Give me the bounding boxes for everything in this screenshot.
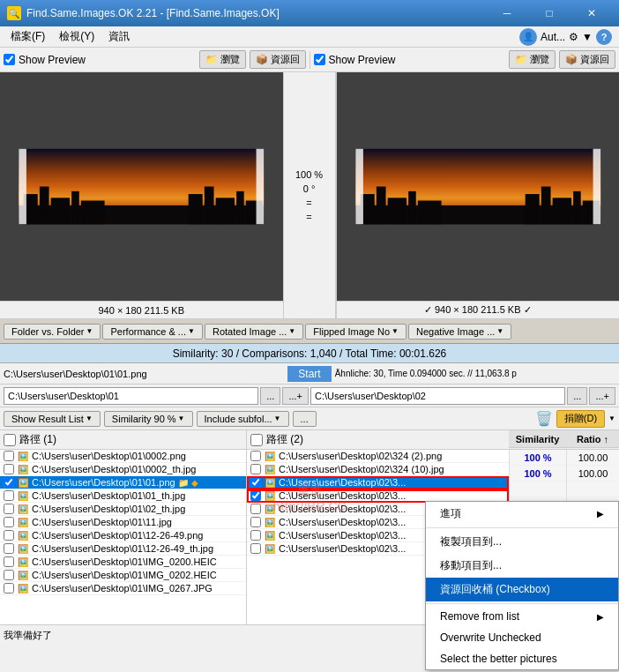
right-file-checkbox[interactable] xyxy=(250,477,261,488)
close-button[interactable]: ✕ xyxy=(571,0,612,26)
file-icon: 🖼️ xyxy=(265,478,275,488)
help-button[interactable]: ? xyxy=(596,29,612,45)
menu-info[interactable]: 資訊 xyxy=(101,27,137,46)
dot-menu-button[interactable]: ... xyxy=(293,411,317,427)
browse-left-button[interactable]: 📁 瀏覽 xyxy=(199,50,246,69)
preview-status-right: ✓ 940 × 180 211.5 KB ✓ xyxy=(337,301,620,318)
similarity-value xyxy=(510,482,566,497)
minimize-button[interactable]: ─ xyxy=(487,0,527,26)
file-path: C:\Users\user\Desktop\01\12-26-49_th.jpg xyxy=(32,543,213,554)
right-info-text: Ähnliche: 30, Time 0.094000 sec. // 11,0… xyxy=(335,369,615,378)
left-file-item[interactable]: 🖼️ C:\Users\user\Desktop\01\02_th.jpg xyxy=(0,503,246,516)
context-menu-item-add-item[interactable]: 進項 ▶ xyxy=(426,502,618,526)
include-subfol-button[interactable]: Include subfol... ▼ xyxy=(197,411,289,427)
negative-image-button[interactable]: Negative Image ... ▼ xyxy=(408,324,511,340)
left-file-item[interactable]: 🖼️ C:\Users\user\Desktop\01\IMG_0202.HEI… xyxy=(0,569,246,582)
right-file-checkbox[interactable] xyxy=(250,504,261,514)
start-button[interactable]: Start xyxy=(287,366,331,382)
context-menu-item-select-better[interactable]: Select the better pictures xyxy=(426,648,618,669)
browse-right-button[interactable]: 📁 瀏覽 xyxy=(509,50,556,69)
ratio-value: 100.00 xyxy=(567,450,619,466)
browse-folder-left-plus-button[interactable]: ...+ xyxy=(282,387,309,405)
context-menu-item-recycle-bin[interactable]: 資源回收桶 (Checkbox) xyxy=(426,578,618,601)
chevron-down-icon[interactable]: ▼ xyxy=(608,414,615,422)
dropdown-icon[interactable]: ▼ xyxy=(582,31,593,43)
right-file-item[interactable]: 🖼️ C:\Users\user\Desktop\02\3... xyxy=(247,476,509,489)
browse-folder-right-button[interactable]: ... xyxy=(567,387,587,405)
left-file-checkbox[interactable] xyxy=(4,451,14,461)
browse-folder-right-plus-button[interactable]: ...+ xyxy=(589,387,615,405)
context-menu-item-move-item[interactable]: 移動項目到... xyxy=(426,554,618,578)
left-file-checkbox[interactable] xyxy=(4,477,14,488)
left-file-item[interactable]: 🖼️ C:\Users\user\Desktop\01\0002_th.jpg xyxy=(0,463,246,476)
performance-button[interactable]: Performance & ... ▼ xyxy=(102,324,203,340)
menu-view[interactable]: 檢視(Y) xyxy=(52,27,101,46)
svg-rect-22 xyxy=(541,187,550,225)
file-path: C:\Users\user\Desktop\02\3... xyxy=(279,477,406,488)
resource-right-button[interactable]: 📦 資源回 xyxy=(559,50,615,69)
context-menu: 進項 ▶複製項目到... 移動項目到... 資源回收桶 (Checkbox) R… xyxy=(425,501,619,670)
title-bar-left: 🔍 Find.Same.Images.OK 2.21 - [Find.Same.… xyxy=(7,6,280,20)
left-file-item[interactable]: 🖼️ C:\Users\user\Desktop\01\11.jpg xyxy=(0,516,246,529)
right-list-select-all-checkbox[interactable] xyxy=(250,434,263,446)
status-text: Similarity: 30 / Comparisons: 1,040 / To… xyxy=(173,347,447,360)
user-icon: 👤 xyxy=(519,28,537,46)
left-file-checkbox[interactable] xyxy=(4,517,14,527)
left-file-checkbox[interactable] xyxy=(4,530,14,541)
resource-left-button[interactable]: 📦 資源回 xyxy=(250,50,306,69)
chevron-down-icon: ▼ xyxy=(288,327,295,335)
trash-icon: 🗑️ xyxy=(535,410,553,427)
left-file-checkbox[interactable] xyxy=(4,464,14,474)
right-file-checkbox[interactable] xyxy=(250,543,261,554)
file-icon: 🖼️ xyxy=(18,557,28,567)
left-file-checkbox[interactable] xyxy=(4,543,14,554)
context-menu-item-remove-list[interactable]: Remove from list ▶ xyxy=(426,606,618,627)
similarity-button[interactable]: Similarity 90 % ▼ xyxy=(104,411,193,427)
left-file-checkbox[interactable] xyxy=(4,570,14,580)
preview-status-left: 940 × 180 211.5 KB xyxy=(0,301,283,318)
right-file-checkbox[interactable] xyxy=(250,464,261,474)
donate-button[interactable]: 捐贈(D) xyxy=(556,410,605,428)
left-file-item[interactable]: 🖼️ C:\Users\user\Desktop\01\01.png 📁 ◆ xyxy=(0,476,246,489)
left-file-item[interactable]: 🖼️ C:\Users\user\Desktop\01\IMG_0200.HEI… xyxy=(0,556,246,569)
svg-rect-12 xyxy=(19,149,26,224)
settings-icon[interactable]: ⚙ xyxy=(569,31,578,43)
file-path: C:\Users\user\Desktop\01\IMG_0267.JPG xyxy=(32,583,213,594)
left-file-item[interactable]: 🖼️ C:\Users\user\Desktop\01\12-26-49.png xyxy=(0,529,246,542)
right-file-item[interactable]: 🖼️ C:\Users\user\Desktop\02\324 (2).png xyxy=(247,450,509,463)
left-file-checkbox[interactable] xyxy=(4,583,14,594)
left-file-item[interactable]: 🖼️ C:\Users\user\Desktop\01\0002.png xyxy=(0,450,246,463)
left-file-checkbox[interactable] xyxy=(4,490,14,501)
svg-rect-5 xyxy=(71,191,79,224)
file-list-area: 路徑 (1) 🖼️ C:\Users\user\Desktop\01\0002.… xyxy=(0,430,619,624)
context-menu-item-copy-item[interactable]: 複製項目到... xyxy=(426,530,618,554)
svg-rect-10 xyxy=(236,191,244,224)
left-file-item[interactable]: 🖼️ C:\Users\user\Desktop\01\IMG_0267.JPG xyxy=(0,582,246,595)
right-file-checkbox[interactable] xyxy=(250,490,261,501)
maximize-button[interactable]: □ xyxy=(529,0,570,26)
context-menu-item-overwrite[interactable]: Overwrite Unchecked xyxy=(426,627,618,648)
browse-folder-left-button[interactable]: ... xyxy=(260,387,280,405)
right-file-checkbox[interactable] xyxy=(250,530,261,541)
left-file-item[interactable]: 🖼️ C:\Users\user\Desktop\01\12-26-49_th.… xyxy=(0,542,246,556)
rotated-image-button[interactable]: Rotated Image ... ▼ xyxy=(205,324,303,340)
flipped-image-button[interactable]: Flipped Image No ▼ xyxy=(305,324,406,340)
right-file-checkbox[interactable] xyxy=(250,517,261,527)
right-file-item[interactable]: 🖼️ C:\Users\user\Desktop\02\324 (10).jpg xyxy=(247,463,509,476)
left-file-checkbox[interactable] xyxy=(4,556,14,567)
preview-area: 940 × 180 211.5 KB 100 % 0 ° = = xyxy=(0,72,619,319)
folder-vs-folder-button[interactable]: Folder vs. Folder ▼ xyxy=(4,324,101,340)
right-folder-input[interactable] xyxy=(310,387,565,405)
right-file-checkbox[interactable] xyxy=(250,451,261,461)
left-file-list-scroll[interactable]: 🖼️ C:\Users\user\Desktop\01\0002.png 🖼️ … xyxy=(0,450,246,624)
file-path: C:\Users\user\Desktop\01\11.jpg xyxy=(32,517,172,527)
show-preview-right-checkbox[interactable] xyxy=(314,54,325,65)
left-file-item[interactable]: 🖼️ C:\Users\user\Desktop\01\01_th.jpg xyxy=(0,489,246,503)
show-preview-left-checkbox[interactable] xyxy=(4,54,15,65)
left-file-checkbox[interactable] xyxy=(4,504,14,514)
show-result-list-button[interactable]: Show Result List ▼ xyxy=(4,411,101,427)
file-path: C:\Users\user\Desktop\02\3... xyxy=(279,490,406,501)
left-list-select-all-checkbox[interactable] xyxy=(4,434,16,446)
left-folder-input[interactable] xyxy=(4,387,258,405)
menu-file[interactable]: 檔案(F) xyxy=(4,27,52,46)
